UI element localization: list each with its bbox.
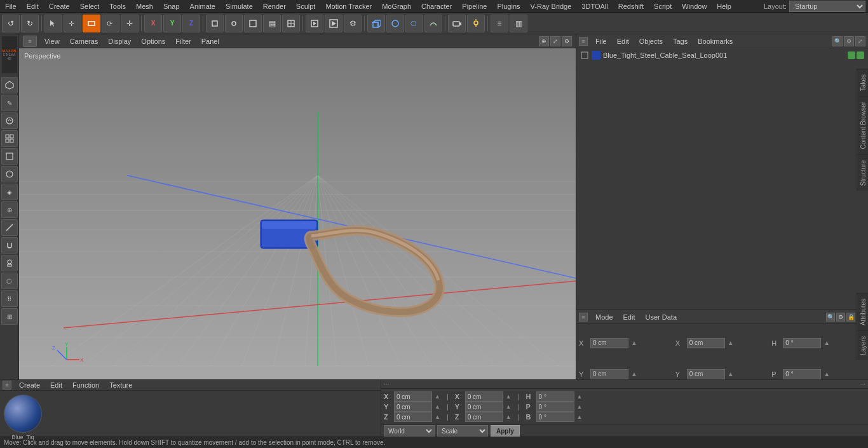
bottom-y-arrow[interactable]: ▲: [435, 404, 440, 410]
material-item[interactable]: Blue_Tig: [4, 395, 42, 440]
vtab-structure[interactable]: Structure: [857, 154, 868, 191]
layer-button[interactable]: ≡: [491, 15, 508, 32]
bottom-b-arrow[interactable]: ▲: [577, 414, 583, 420]
menu-animate[interactable]: Animate: [185, 1, 220, 11]
attr-edit-menu[interactable]: Edit: [618, 312, 641, 322]
menu-mesh[interactable]: Mesh: [131, 1, 158, 11]
p-up-arrow[interactable]: ▲: [824, 370, 836, 377]
bottom-p-arrow[interactable]: ▲: [577, 404, 583, 410]
sb-poly-btn[interactable]: ◈: [1, 184, 18, 200]
bottom-world-dropdown[interactable]: World: [384, 425, 435, 437]
camera-button[interactable]: [448, 15, 466, 32]
attr-user-data-menu[interactable]: User Data: [641, 312, 682, 322]
vp-options[interactable]: Options: [136, 36, 170, 46]
menu-create[interactable]: Create: [44, 1, 75, 11]
transform-tool-button[interactable]: ✛: [121, 15, 139, 32]
menu-script[interactable]: Script: [649, 1, 677, 11]
menu-snap[interactable]: Snap: [158, 1, 185, 11]
menu-file[interactable]: File: [0, 1, 22, 11]
nurbs-button[interactable]: [386, 15, 404, 32]
vp-filter[interactable]: Filter: [170, 36, 196, 46]
vp-settings-icon[interactable]: ⚙: [562, 36, 572, 46]
h-up-arrow[interactable]: ▲: [824, 339, 836, 346]
sb-stamp-btn[interactable]: [1, 255, 18, 271]
obj-search-btn[interactable]: 🔍: [832, 36, 843, 46]
object-visible-toggle[interactable]: [848, 51, 855, 59]
y-position-input[interactable]: [590, 369, 628, 379]
menu-select[interactable]: Select: [75, 1, 105, 11]
obj-filter-btn[interactable]: ⚙: [844, 36, 854, 46]
obj-file-menu[interactable]: File: [590, 36, 612, 46]
vp-cameras[interactable]: Cameras: [65, 36, 104, 46]
render-settings-button[interactable]: ⚙: [344, 15, 362, 32]
attr-mode-menu[interactable]: Mode: [590, 312, 618, 322]
p-rotation-input[interactable]: [783, 369, 821, 379]
bottom-x-input[interactable]: [394, 391, 432, 402]
bottom-p-input[interactable]: [536, 402, 574, 412]
bottom-y2-input[interactable]: [465, 402, 503, 412]
sb-sculpt-btn[interactable]: [1, 112, 18, 129]
bottom-apply-button[interactable]: Apply: [491, 425, 520, 437]
attr-lock-btn[interactable]: 🔒: [846, 313, 855, 322]
bottom-z-input[interactable]: [394, 412, 432, 422]
bottom-x2-input[interactable]: [465, 391, 503, 402]
obj-mgr-icon[interactable]: ≡: [579, 37, 588, 46]
obj-objects-menu[interactable]: Objects: [634, 36, 668, 46]
deformer-button[interactable]: [424, 15, 442, 32]
poly-mode-button[interactable]: ▤: [263, 15, 281, 32]
menu-simulate[interactable]: Simulate: [220, 1, 258, 11]
sb-extra-btn[interactable]: ⊞: [1, 308, 18, 325]
bottom-h-arrow[interactable]: ▲: [577, 393, 583, 400]
scale-tool-button[interactable]: [83, 15, 100, 32]
x-position-input[interactable]: [590, 338, 628, 348]
sb-line-btn[interactable]: [1, 219, 18, 236]
viewport-menu-icon[interactable]: ≡: [23, 36, 37, 47]
sb-object-btn[interactable]: [1, 148, 18, 165]
sb-model-btn[interactable]: [1, 77, 18, 93]
mat-texture[interactable]: Texture: [104, 380, 137, 390]
menu-window[interactable]: Window: [677, 1, 712, 11]
y-size-input[interactable]: [687, 369, 725, 379]
menu-redshift[interactable]: Redshift: [613, 1, 649, 11]
z-axis-button[interactable]: Z: [182, 15, 200, 32]
render-button[interactable]: [306, 15, 323, 32]
menu-edit[interactable]: Edit: [22, 1, 44, 11]
bottom-h-input[interactable]: [536, 391, 574, 402]
menu-render[interactable]: Render: [258, 1, 291, 11]
rotate-tool-button[interactable]: ⟳: [102, 15, 119, 32]
mat-function[interactable]: Function: [67, 380, 104, 390]
bottom-z2-input[interactable]: [465, 412, 503, 422]
menu-help[interactable]: Help: [712, 1, 736, 11]
x-size-input[interactable]: [687, 338, 725, 348]
vtab-content-browser[interactable]: Content Browser: [857, 96, 868, 154]
sb-paint-btn[interactable]: ✎: [1, 95, 18, 111]
attr-settings-btn[interactable]: ⚙: [836, 313, 845, 322]
viewport[interactable]: X Y Z Perspective Grid Spacing : 10 cm: [19, 48, 576, 400]
sb-target-btn[interactable]: ⊕: [1, 201, 18, 218]
bottom-x-arrow[interactable]: ▲: [435, 393, 440, 400]
light-button[interactable]: [467, 15, 485, 32]
x-axis-button[interactable]: X: [144, 15, 162, 32]
vtab-takes[interactable]: Takes: [857, 69, 868, 96]
move-tool-button[interactable]: ✛: [64, 15, 81, 32]
bottom-y-input[interactable]: [394, 402, 432, 412]
vp-view[interactable]: View: [39, 36, 65, 46]
bottom-scale-dropdown[interactable]: Scale: [437, 425, 488, 437]
bottom-b-input[interactable]: [536, 412, 574, 422]
x2-up-arrow[interactable]: ▲: [728, 339, 740, 346]
generator-button[interactable]: ⎔: [405, 15, 423, 32]
bottom-x2-arrow[interactable]: ▲: [506, 393, 512, 400]
menu-pipeline[interactable]: Pipeline: [457, 1, 492, 11]
vtab-attributes[interactable]: Attributes: [857, 293, 868, 330]
vp-display[interactable]: Display: [103, 36, 136, 46]
obj-bookmarks-menu[interactable]: Bookmarks: [693, 36, 738, 46]
sb-grid-btn[interactable]: [1, 130, 18, 147]
bottom-z-arrow[interactable]: ▲: [435, 414, 440, 420]
vp-nav-icon[interactable]: ⊕: [539, 36, 549, 46]
sb-sphere-btn[interactable]: [1, 166, 18, 182]
h-rotation-input[interactable]: [783, 338, 821, 348]
select-tool-button[interactable]: [44, 15, 62, 32]
mat-edit[interactable]: Edit: [45, 380, 67, 390]
obj-edit-menu[interactable]: Edit: [612, 36, 634, 46]
obj-expand-btn[interactable]: ⤢: [855, 36, 865, 46]
